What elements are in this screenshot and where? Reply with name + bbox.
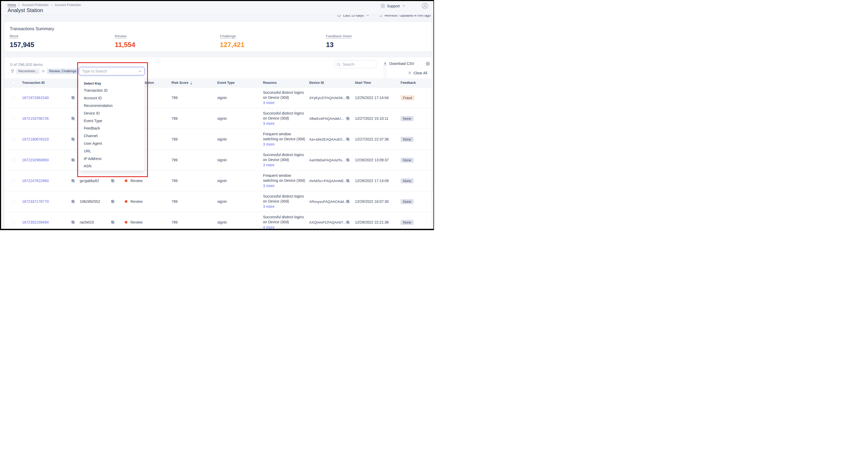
copy-icon[interactable] bbox=[346, 191, 350, 212]
reasons-cell: Successful distinct logins on Device (30… bbox=[263, 108, 312, 129]
start-time-value: 12/28/2022 13:09:37 bbox=[355, 150, 389, 170]
reason-line2: on Device (30d) bbox=[263, 95, 289, 100]
gear-icon[interactable] bbox=[426, 62, 430, 66]
metric-block-label[interactable]: Block bbox=[10, 34, 19, 39]
feedback-badge: None bbox=[401, 178, 413, 183]
risk-score-value: 799 bbox=[172, 212, 178, 230]
start-time-value: 12/29/2022 22:21:36 bbox=[355, 212, 389, 230]
analyst-station-page: Last 15 days Refresh: Updated 4 min ago … bbox=[0, 0, 434, 230]
col-reasons[interactable]: Reasons bbox=[263, 78, 277, 87]
copy-icon[interactable] bbox=[111, 212, 115, 230]
more-reasons-link[interactable]: 3 more bbox=[263, 121, 275, 126]
col-device-id[interactable]: Device ID bbox=[309, 78, 324, 87]
device-id-value: Aa+a5e2EAQAAuE0... bbox=[309, 129, 345, 150]
feedback-cell: None bbox=[401, 150, 413, 170]
user-avatar[interactable] bbox=[422, 3, 428, 9]
transaction-id-link[interactable]: 1672247622860 bbox=[22, 171, 49, 191]
chevron-down-icon bbox=[402, 5, 405, 7]
row-checkbox[interactable] bbox=[12, 212, 16, 230]
table-row: 1672180676310 799 signin Frequent window… bbox=[4, 129, 432, 150]
risk-score-value: 799 bbox=[172, 171, 178, 191]
download-icon bbox=[383, 61, 387, 65]
reasons-cell: Successful distinct logins on Device (30… bbox=[263, 150, 312, 170]
row-checkbox[interactable] bbox=[12, 191, 16, 212]
support-menu[interactable]: Support bbox=[381, 4, 405, 8]
copy-icon[interactable] bbox=[71, 88, 75, 108]
review-dot-icon bbox=[125, 179, 127, 182]
col-event-type[interactable]: Event Type bbox=[217, 78, 235, 87]
feedback-badge: None bbox=[401, 137, 413, 142]
col-risk-score[interactable]: Risk Score bbox=[172, 78, 192, 87]
recommendation-value: Review bbox=[125, 191, 143, 212]
transaction-id-link[interactable]: 1672180676310 bbox=[22, 129, 49, 150]
reason-line1: Frequent window bbox=[263, 132, 291, 137]
table-row: 1672153756726 799 signin Successful dist… bbox=[4, 108, 432, 129]
row-checkbox[interactable] bbox=[12, 171, 16, 191]
copy-icon[interactable] bbox=[71, 171, 75, 191]
transaction-id-link[interactable]: 1672153756726 bbox=[22, 108, 49, 129]
metric-block: Block 157,945 bbox=[10, 34, 34, 49]
col-start-time[interactable]: Start Time bbox=[355, 78, 371, 87]
event-type-value: signin bbox=[217, 108, 227, 129]
row-checkbox[interactable] bbox=[12, 150, 16, 170]
reason-line1: Successful distinct logins bbox=[263, 111, 304, 116]
copy-icon[interactable] bbox=[71, 150, 75, 170]
transaction-id-link[interactable]: 1672232968983 bbox=[22, 150, 49, 170]
table-search-input[interactable]: Search bbox=[334, 60, 376, 68]
page-title: Analyst Station bbox=[8, 7, 43, 13]
copy-icon[interactable] bbox=[346, 88, 350, 108]
metric-challenge-label[interactable]: Challenge bbox=[220, 34, 236, 39]
copy-icon[interactable] bbox=[71, 212, 75, 230]
filter-funnel-icon[interactable] bbox=[11, 69, 14, 73]
row-checkbox[interactable] bbox=[12, 88, 16, 108]
event-type-value: signin bbox=[217, 88, 227, 108]
metric-feedback-given-label[interactable]: Feedback Given bbox=[326, 34, 352, 39]
filter-row: Recommen... In Review, Challenge bbox=[4, 68, 432, 74]
download-csv-button[interactable]: Download CSV bbox=[383, 61, 414, 66]
select-all-checkbox[interactable] bbox=[12, 78, 16, 87]
metric-review-label[interactable]: Review bbox=[115, 34, 126, 39]
transaction-id-link[interactable]: 1672352159494 bbox=[22, 212, 49, 230]
copy-icon[interactable] bbox=[111, 191, 115, 212]
copy-icon[interactable] bbox=[346, 150, 350, 170]
copy-icon[interactable] bbox=[346, 108, 350, 129]
more-reasons-link[interactable]: 3 more bbox=[263, 204, 275, 209]
copy-icon[interactable] bbox=[71, 191, 75, 212]
more-reasons-link[interactable]: 3 more bbox=[263, 100, 275, 105]
copy-icon[interactable] bbox=[346, 129, 350, 150]
copy-icon[interactable] bbox=[346, 171, 350, 191]
more-reasons-link[interactable]: 3 more bbox=[263, 163, 275, 168]
scrollbar-thumb[interactable] bbox=[432, 191, 433, 200]
annotation-highlight-box bbox=[77, 62, 148, 177]
metric-feedback-given-value: 13 bbox=[326, 41, 352, 49]
support-label: Support bbox=[387, 4, 400, 8]
more-reasons-link[interactable]: 4 more bbox=[263, 225, 275, 230]
transaction-id-link[interactable]: 1671973361540 bbox=[22, 88, 49, 108]
filter-values-chip[interactable]: Review, Challenge bbox=[47, 68, 79, 74]
copy-icon[interactable] bbox=[71, 108, 75, 129]
reasons-cell: Frequent window switching on Device (30d… bbox=[263, 129, 312, 150]
table-row: 1672352159494 rachel15 Review 799 signin… bbox=[4, 212, 432, 230]
copy-icon[interactable] bbox=[346, 212, 350, 230]
row-checkbox[interactable] bbox=[12, 129, 16, 150]
transaction-id-link[interactable]: 1672337176770 bbox=[22, 191, 49, 212]
row-checkbox[interactable] bbox=[12, 108, 16, 129]
col-feedback[interactable]: Feedback bbox=[401, 78, 416, 87]
filter-key-chip[interactable]: Recommen... bbox=[16, 68, 40, 74]
start-time-value: 12/27/2022 22:37:36 bbox=[355, 129, 389, 150]
col-transaction-id[interactable]: Transaction ID bbox=[22, 78, 45, 87]
event-type-value: signin bbox=[217, 150, 227, 170]
breadcrumb-level2: Account Protection bbox=[55, 3, 81, 7]
device-id-value: AYyEyUCFAQAAkSK... bbox=[309, 88, 346, 108]
clear-all-button[interactable]: Clear All bbox=[408, 71, 427, 75]
reason-line2: switching on Device (30d) bbox=[263, 136, 305, 142]
device-id-value: AVA6Sz+FAQAAmNE... bbox=[309, 171, 346, 191]
sort-icon[interactable] bbox=[190, 81, 192, 85]
more-reasons-link[interactable]: 3 more bbox=[263, 183, 275, 189]
copy-icon[interactable] bbox=[71, 129, 75, 150]
breadcrumb-level1[interactable]: Account Protection bbox=[22, 3, 49, 7]
breadcrumb-home-link[interactable]: Home bbox=[8, 3, 16, 7]
review-dot-icon bbox=[125, 200, 127, 203]
breadcrumb-chevron-icon bbox=[18, 4, 20, 6]
more-reasons-link[interactable]: 3 more bbox=[263, 142, 275, 147]
